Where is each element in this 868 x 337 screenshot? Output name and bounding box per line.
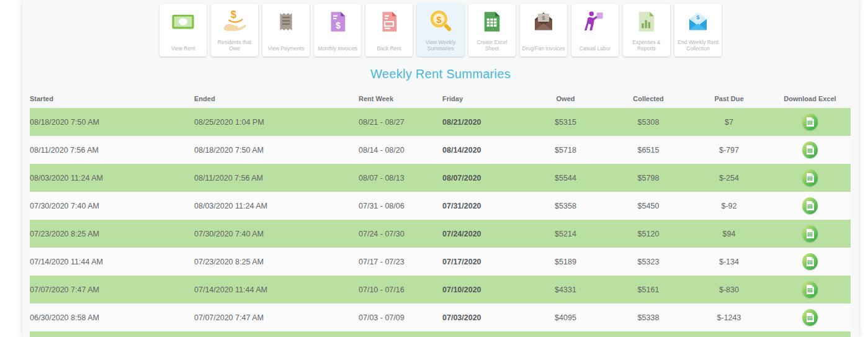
cell-past-due: $94	[689, 220, 769, 248]
cell-ended: 08/25/2020 1:04 PM	[194, 108, 359, 136]
tool-label: View Rent	[171, 45, 195, 52]
table-row: 07/23/2020 8:25 AM07/30/2020 7:40 AM07/2…	[30, 220, 851, 248]
expenses-reports-button[interactable]: Expenses & Reports	[623, 4, 670, 56]
tool-label: Residents that Owe	[213, 39, 256, 52]
download-excel-button[interactable]	[802, 197, 818, 214]
header-collected: Collected	[608, 89, 689, 108]
main-panel: View Rent $ Residents that Owe View Paym…	[22, 0, 859, 337]
tool-label: Drug/Fan Invoices	[522, 45, 565, 52]
download-excel-button[interactable]	[802, 114, 818, 130]
tool-label: Monthly Invoices	[318, 45, 357, 52]
cell-owed: $5544	[523, 164, 608, 192]
cell-owed: $4331	[523, 276, 608, 303]
cell-download-excel	[769, 276, 851, 303]
download-excel-button[interactable]	[802, 309, 818, 326]
tool-label: Create Excel Sheet	[470, 39, 514, 52]
excel-file-icon	[806, 201, 814, 210]
header-rent-week: Rent Week	[359, 89, 436, 108]
cell-collected: $5338	[608, 303, 689, 331]
cell-collected: $5308	[608, 108, 689, 136]
cell-started: 08/03/2020 11:24 AM	[30, 164, 194, 192]
cell-started: 06/30/2020 8:58 AM	[30, 303, 194, 331]
back-rent-button[interactable]: Back Rent	[365, 4, 413, 56]
excel-sheet-icon	[479, 9, 505, 35]
monthly-invoices-button[interactable]: $ Monthly Invoices	[314, 4, 361, 56]
table-row: 08/03/2020 11:24 AM08/11/2020 7:56 AM08/…	[30, 164, 851, 192]
header-friday: Friday	[436, 89, 523, 108]
cell-download-excel	[769, 136, 851, 164]
cell-download-excel	[769, 248, 851, 276]
cell-collected: $5323	[608, 248, 689, 276]
cell-friday: 08/14/2020	[436, 136, 523, 164]
view-rent-button[interactable]: View Rent	[159, 4, 207, 56]
view-payments-button[interactable]: View Payments	[262, 4, 310, 56]
cell-ended: 08/18/2020 7:50 AM	[194, 136, 359, 164]
cell-rent-week: 07/24 - 07/30	[359, 220, 436, 248]
create-excel-sheet-button[interactable]: Create Excel Sheet	[468, 4, 516, 56]
cell-ended: 08/03/2020 11:24 AM	[194, 192, 359, 220]
cell-collected: $5798	[608, 164, 689, 192]
cell-collected: $5161	[608, 276, 689, 303]
cell-friday: 07/24/2020	[436, 220, 523, 248]
table-row: 06/30/2020 8:58 AM07/07/2020 7:47 AM07/0…	[30, 303, 851, 331]
cell-collected: $5120	[608, 220, 689, 248]
cell-friday: 07/17/2020	[436, 248, 523, 276]
cell-download-excel	[769, 164, 851, 192]
table-header-row: Started Ended Rent Week Friday Owed Coll…	[30, 89, 851, 108]
excel-file-icon	[806, 285, 814, 294]
search-dollar-icon: $	[427, 9, 454, 35]
cell-owed: $5718	[523, 136, 608, 164]
summary-table-body: 08/18/2020 7:50 AM08/25/2020 1:04 PM08/2…	[30, 108, 851, 331]
cell-friday: 07/31/2020	[436, 192, 523, 220]
download-excel-button[interactable]	[802, 281, 818, 298]
tool-label: End Weekly Rent Collection	[676, 39, 720, 52]
table-row: 08/11/2020 7:56 AM08/18/2020 7:50 AM08/1…	[30, 136, 851, 164]
end-weekly-rent-collection-button[interactable]: $ End Weekly Rent Collection	[674, 4, 722, 56]
cell-ended: 07/14/2020 11:44 AM	[194, 276, 359, 303]
table-row-partial	[30, 331, 851, 337]
tool-label: Casual Labor	[579, 45, 611, 52]
cell-owed: $5189	[523, 248, 608, 276]
cell-started: 07/07/2020 7:47 AM	[30, 276, 194, 303]
table-row: 07/07/2020 7:47 AM07/14/2020 11:44 AM07/…	[30, 276, 851, 303]
download-excel-button[interactable]	[802, 169, 818, 186]
download-excel-button[interactable]	[802, 253, 818, 270]
header-started: Started	[30, 89, 194, 108]
cell-friday: 07/03/2020	[436, 303, 523, 331]
download-excel-button[interactable]	[802, 225, 818, 242]
svg-text:$: $	[336, 20, 341, 30]
cell-owed: $5214	[523, 220, 608, 248]
cell-past-due: $-830	[689, 276, 769, 303]
view-weekly-summaries-button[interactable]: $ View Weekly Summaries	[417, 4, 464, 56]
cell-rent-week: 07/03 - 07/09	[359, 303, 436, 331]
svg-text:$: $	[436, 15, 442, 25]
excel-file-icon	[806, 229, 814, 238]
tool-label: View Payments	[268, 45, 304, 52]
download-excel-button[interactable]	[802, 142, 818, 158]
tool-label: Expenses & Reports	[625, 39, 668, 52]
drug-fan-invoices-button[interactable]: $ Drug/Fan Invoices	[520, 4, 567, 56]
cell-collected: $6515	[608, 136, 689, 164]
tool-label: Back Rent	[377, 45, 401, 52]
excel-file-icon	[806, 313, 814, 322]
residents-that-owe-button[interactable]: $ Residents that Owe	[211, 4, 258, 56]
toolbar: View Rent $ Residents that Owe View Paym…	[22, 4, 859, 56]
cell-friday: 07/10/2020	[436, 276, 523, 303]
weekly-rent-summary-table: Started Ended Rent Week Friday Owed Coll…	[30, 89, 851, 331]
cell-past-due: $7	[689, 108, 769, 136]
cell-download-excel	[769, 303, 851, 331]
worker-box-icon	[582, 9, 608, 35]
cell-owed: $5315	[523, 108, 608, 136]
cell-ended: 07/07/2020 7:47 AM	[194, 303, 359, 331]
cell-rent-week: 08/14 - 08/20	[359, 136, 436, 164]
cell-friday: 08/07/2020	[436, 164, 523, 192]
casual-labor-button[interactable]: Casual Labor	[571, 4, 619, 56]
cell-download-excel	[769, 220, 851, 248]
receipt-icon	[273, 9, 299, 35]
cell-past-due: $-92	[689, 192, 769, 220]
cell-owed: $4095	[523, 303, 608, 331]
invoice-red-icon	[376, 9, 402, 35]
svg-text:$: $	[231, 9, 236, 20]
cell-past-due: $-797	[689, 136, 769, 164]
cell-started: 07/14/2020 11:44 AM	[30, 248, 194, 276]
